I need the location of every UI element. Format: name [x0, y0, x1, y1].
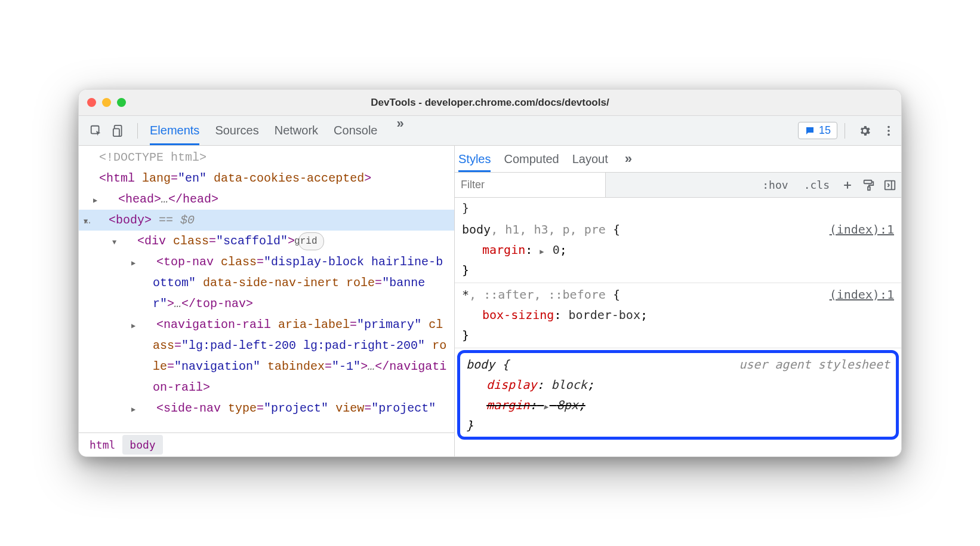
styles-subtabs: Styles Computed Layout » [455, 146, 901, 173]
divider [845, 123, 845, 139]
expand-arrow-icon[interactable] [104, 189, 111, 210]
rule-close-brace: } [462, 260, 894, 280]
issues-count: 15 [819, 124, 831, 137]
message-icon [805, 125, 815, 136]
breadcrumb-html[interactable]: html [82, 435, 122, 455]
style-rule[interactable]: body, h1, h3, p, pre {(index):1margin: ▶… [455, 218, 901, 283]
expand-arrow-icon[interactable] [142, 398, 149, 419]
subtab-more[interactable]: » [621, 146, 636, 172]
titlebar: DevTools - developer.chrome.com/docs/dev… [79, 90, 901, 116]
toolbar-right-icons [858, 124, 895, 137]
expand-arrow-icon[interactable] [123, 231, 130, 251]
style-declaration[interactable]: display: block; [466, 375, 890, 395]
inspect-element-icon[interactable] [90, 124, 103, 137]
svg-rect-7 [868, 186, 870, 190]
expand-arrow-icon[interactable] [142, 314, 149, 335]
tab-network[interactable]: Network [275, 116, 318, 145]
svg-rect-8 [885, 180, 895, 189]
issues-badge[interactable]: 15 [798, 122, 837, 139]
svg-point-5 [887, 133, 890, 136]
svg-point-3 [887, 125, 890, 128]
stylesheet-origin: user agent stylesheet [739, 354, 890, 375]
paint-format-icon[interactable] [862, 179, 875, 192]
dom-node[interactable]: <html lang="en" data-cookies-accepted> [79, 168, 454, 189]
subtab-layout[interactable]: Layout [572, 146, 608, 172]
expand-arrow-icon[interactable] [142, 251, 149, 272]
dom-node[interactable]: <div class="scaffold">grid [79, 231, 454, 251]
more-menu-icon[interactable] [882, 124, 895, 137]
gear-icon[interactable] [858, 124, 871, 137]
fullscreen-window-button[interactable] [117, 98, 126, 107]
dom-node[interactable]: <navigation-rail aria-label="primary" cl… [79, 314, 454, 398]
rule-close-brace: } [462, 325, 894, 345]
source-link[interactable]: (index):1 [830, 219, 894, 240]
cls-toggle[interactable]: .cls [800, 176, 833, 194]
close-window-button[interactable] [87, 98, 96, 107]
breadcrumb-body[interactable]: body [122, 435, 162, 455]
breadcrumb-bar: html body [79, 432, 454, 456]
toolbar-left-icons [85, 124, 130, 137]
styles-filter-row: :hov .cls [455, 173, 901, 198]
svg-rect-2 [113, 128, 119, 136]
computed-toggle-icon[interactable] [883, 179, 896, 192]
dom-tree[interactable]: <!DOCTYPE html> <html lang="en" data-coo… [79, 146, 454, 432]
styles-rules[interactable]: } body, h1, h3, p, pre {(index):1margin:… [455, 198, 901, 456]
elements-pane: <!DOCTYPE html> <html lang="en" data-coo… [79, 146, 455, 456]
main-panes: <!DOCTYPE html> <html lang="en" data-coo… [79, 146, 901, 456]
tab-console[interactable]: Console [334, 116, 377, 145]
panel-tabs: Elements Sources Network Console » [150, 116, 408, 145]
styles-pane: Styles Computed Layout » :hov .cls [455, 146, 901, 456]
dom-node[interactable]: <!DOCTYPE html> [79, 147, 454, 168]
svg-rect-6 [864, 180, 872, 183]
style-declaration[interactable]: box-sizing: border-box; [462, 305, 894, 325]
source-link[interactable]: (index):1 [830, 284, 894, 305]
dom-node[interactable]: <head>…</head> [79, 189, 454, 210]
expand-arrow-icon[interactable] [94, 210, 101, 231]
style-declaration[interactable]: margin: ▶ 8px; [466, 395, 890, 415]
hov-toggle[interactable]: :hov [759, 176, 791, 194]
main-toolbar: Elements Sources Network Console » 15 [79, 116, 901, 146]
style-rule[interactable]: *, ::after, ::before {(index):1box-sizin… [455, 283, 901, 348]
minimize-window-button[interactable] [102, 98, 111, 107]
more-tabs-button[interactable]: » [393, 116, 408, 145]
tab-sources[interactable]: Sources [215, 116, 258, 145]
traffic-lights [87, 98, 126, 107]
dom-node[interactable]: <side-nav type="project" view="project" [79, 398, 454, 419]
subtab-computed[interactable]: Computed [504, 146, 559, 172]
new-style-rule-icon[interactable] [842, 179, 853, 191]
svg-point-4 [887, 130, 890, 132]
device-toolbar-icon[interactable] [112, 124, 125, 137]
style-rule[interactable]: body {user agent stylesheetdisplay: bloc… [457, 350, 899, 440]
tab-elements[interactable]: Elements [150, 116, 199, 145]
styles-filter-input[interactable] [455, 173, 606, 197]
style-declaration[interactable]: margin: ▶ 0; [462, 240, 894, 260]
subtab-styles[interactable]: Styles [458, 146, 491, 172]
divider [137, 123, 138, 139]
window-title: DevTools - developer.chrome.com/docs/dev… [79, 97, 901, 109]
dom-node[interactable]: <top-nav class="display-block hairline-b… [79, 251, 454, 314]
rule-close-brace: } [466, 415, 890, 435]
grid-badge[interactable]: grid [298, 232, 323, 250]
dom-node[interactable]: … <body> == $0 [79, 210, 454, 231]
devtools-window: DevTools - developer.chrome.com/docs/dev… [78, 89, 902, 457]
